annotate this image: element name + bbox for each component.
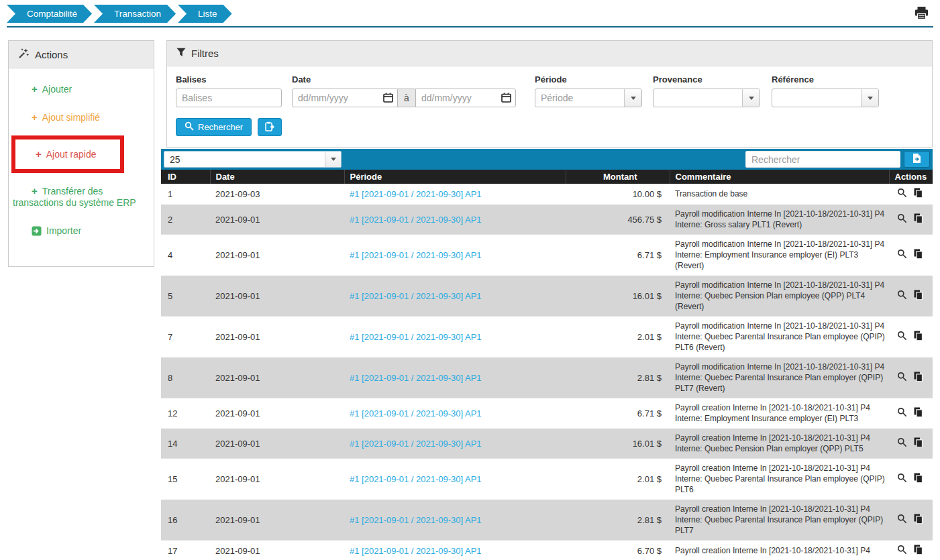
periode-link[interactable]: #1 [2021-09-01 / 2021-09-30] AP1 — [350, 474, 482, 484]
periode-link[interactable]: #1 [2021-09-01 / 2021-09-30] AP1 — [350, 332, 482, 342]
copy-icon[interactable] — [913, 473, 923, 485]
view-magnifier-icon[interactable] — [897, 331, 907, 343]
view-magnifier-icon[interactable] — [897, 213, 907, 225]
row-periode-cell: #1 [2021-09-01 / 2021-09-30] AP1 — [344, 235, 566, 276]
search-button[interactable]: Rechercher — [176, 118, 252, 136]
action-item-transferer-des-transactions-du-systeme-erp: +Transférer des transactions du système … — [13, 185, 150, 209]
periode-link[interactable]: #1 [2021-09-01 / 2021-09-30] AP1 — [350, 439, 482, 449]
plus-icon: + — [32, 111, 38, 123]
periode-link[interactable]: #1 [2021-09-01 / 2021-09-30] AP1 — [350, 546, 482, 556]
copy-icon[interactable] — [913, 249, 923, 261]
view-magnifier-icon[interactable] — [897, 545, 907, 557]
transactions-table-panel: 25 — [161, 149, 933, 560]
column-header-commentaire[interactable]: Commentaire — [670, 170, 889, 184]
periode-link[interactable]: #1 [2021-09-01 / 2021-09-30] AP1 — [350, 373, 482, 383]
action-link-transferer-des-transactions-du-systeme-erp[interactable]: +Transférer des transactions du système … — [13, 185, 150, 209]
copy-icon[interactable] — [913, 331, 923, 343]
periode-link[interactable]: #1 [2021-09-01 / 2021-09-30] AP1 — [350, 189, 482, 199]
row-id-cell: 8 — [161, 357, 210, 398]
table-header-row: IDDatePériodeMontantCommentaireActions — [161, 170, 933, 184]
copy-icon[interactable] — [913, 372, 923, 384]
provenance-select[interactable] — [653, 89, 760, 107]
date-field: Date — [292, 74, 516, 107]
breadcrumb-item-transaction[interactable]: Transaction — [94, 5, 176, 23]
breadcrumb-item-comptabilite[interactable]: Comptabilité — [7, 5, 92, 23]
periode-select[interactable]: Période — [535, 89, 642, 107]
periode-link[interactable]: #1 [2021-09-01 / 2021-09-30] AP1 — [350, 250, 482, 260]
table-toolbar: 25 — [161, 149, 933, 170]
copy-icon[interactable] — [913, 514, 923, 526]
row-date-cell: 2021-09-01 — [210, 459, 344, 500]
action-link-ajouter[interactable]: +Ajouter — [13, 83, 150, 95]
print-button[interactable] — [915, 7, 929, 20]
chevron-down-icon — [742, 89, 760, 107]
column-header-periode[interactable]: Période — [344, 170, 566, 184]
view-magnifier-icon[interactable] — [897, 249, 907, 261]
column-header-date[interactable]: Date — [210, 170, 344, 184]
periode-link[interactable]: #1 [2021-09-01 / 2021-09-30] AP1 — [350, 291, 482, 301]
row-date-cell: 2021-09-01 — [210, 357, 344, 398]
copy-icon[interactable] — [913, 188, 923, 200]
row-montant-cell: 10.00 $ — [566, 184, 670, 205]
copy-icon[interactable] — [913, 213, 923, 225]
periode-link[interactable]: #1 [2021-09-01 / 2021-09-30] AP1 — [350, 408, 482, 418]
balises-label: Balises — [176, 74, 282, 85]
export-file-icon — [912, 153, 922, 166]
table-search-input[interactable] — [745, 151, 900, 168]
view-magnifier-icon[interactable] — [897, 290, 907, 302]
view-magnifier-icon[interactable] — [897, 188, 907, 200]
plus-icon: + — [36, 148, 42, 160]
transaction-row: 42021-09-01#1 [2021-09-01 / 2021-09-30] … — [161, 235, 933, 276]
breadcrumb-item-liste[interactable]: Liste — [178, 5, 232, 23]
action-link-ajout-simplifie[interactable]: +Ajout simplifié — [13, 111, 150, 123]
page: ComptabilitéTransactionListe — [0, 0, 940, 560]
view-magnifier-icon[interactable] — [897, 407, 907, 419]
view-magnifier-icon[interactable] — [897, 514, 907, 526]
plus-icon: + — [32, 83, 38, 95]
action-label: Ajout simplifié — [42, 112, 100, 123]
action-link-importer[interactable]: Importer — [13, 225, 150, 237]
action-link-ajout-rapide[interactable]: +Ajout rapide — [17, 148, 119, 160]
copy-icon[interactable] — [913, 290, 923, 302]
row-actions-cell — [889, 276, 933, 317]
column-header-id[interactable]: ID — [161, 170, 210, 184]
transaction-row: 82021-09-01#1 [2021-09-01 / 2021-09-30] … — [161, 357, 933, 398]
copy-icon[interactable] — [913, 545, 923, 557]
actions-panel-title: Actions — [35, 49, 68, 60]
export-button[interactable] — [904, 151, 930, 168]
copy-icon[interactable] — [913, 407, 923, 419]
filters-body: Balises Date — [167, 66, 932, 147]
reference-select[interactable] — [772, 89, 879, 107]
row-periode-cell: #1 [2021-09-01 / 2021-09-30] AP1 — [344, 459, 566, 500]
transaction-row: 22021-09-01#1 [2021-09-01 / 2021-09-30] … — [161, 205, 933, 235]
paste-search-button[interactable] — [258, 118, 282, 136]
row-id-cell: 7 — [161, 317, 210, 357]
row-commentaire-cell: Payroll creation Interne In [2021-10-18/… — [670, 429, 889, 459]
column-header-montant[interactable]: Montant — [566, 170, 670, 184]
row-actions-cell — [889, 235, 933, 276]
calendar-icon[interactable] — [501, 93, 511, 105]
calendar-icon[interactable] — [383, 93, 393, 105]
row-id-cell: 14 — [161, 429, 210, 459]
row-montant-cell: 2.01 $ — [566, 459, 670, 500]
row-actions-cell — [889, 500, 933, 541]
balises-input[interactable] — [176, 89, 282, 107]
copy-icon[interactable] — [913, 437, 923, 449]
date-from-input[interactable] — [292, 89, 398, 107]
page-size-select[interactable]: 25 — [164, 151, 342, 168]
periode-link[interactable]: #1 [2021-09-01 / 2021-09-30] AP1 — [350, 515, 482, 525]
view-magnifier-icon[interactable] — [897, 437, 907, 449]
row-actions-cell — [889, 398, 933, 429]
row-commentaire-cell: Payroll modification Interne In [2021-10… — [670, 357, 889, 398]
transaction-row: 172021-09-01#1 [2021-09-01 / 2021-09-30]… — [161, 541, 933, 560]
periode-link[interactable]: #1 [2021-09-01 / 2021-09-30] AP1 — [350, 215, 482, 225]
view-magnifier-icon[interactable] — [897, 473, 907, 485]
row-montant-cell: 456.75 $ — [566, 205, 670, 235]
row-id-cell: 15 — [161, 459, 210, 500]
reference-label: Référence — [772, 74, 879, 85]
chevron-down-icon — [325, 152, 341, 167]
row-periode-cell: #1 [2021-09-01 / 2021-09-30] AP1 — [344, 357, 566, 398]
view-magnifier-icon[interactable] — [897, 372, 907, 384]
column-header-actions[interactable]: Actions — [889, 170, 933, 184]
row-commentaire-cell: Payroll creation Interne In [2021-10-18/… — [670, 500, 889, 541]
